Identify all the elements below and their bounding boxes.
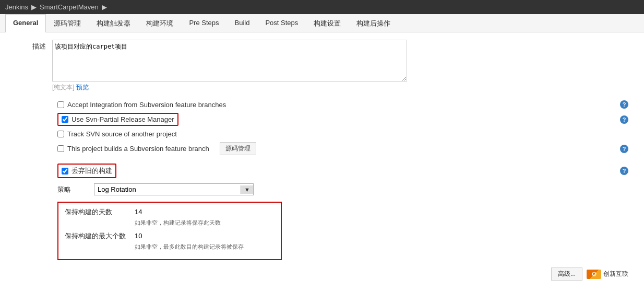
retention-max-input[interactable]: 10	[133, 231, 174, 241]
help-icon-discard[interactable]: ?	[620, 167, 628, 175]
project-link[interactable]: SmartCarpetMaven	[40, 3, 99, 11]
tab-poststeps[interactable]: Post Steps	[257, 14, 306, 32]
red-border-svn-partial: Use Svn-Partial Release Manager	[57, 113, 178, 126]
checkbox-row-svn-partial: Use Svn-Partial Release Manager ?	[10, 111, 634, 128]
plain-text-label: [纯文本]	[52, 84, 75, 91]
strategy-label: 策略	[57, 185, 89, 194]
source-mgmt-button[interactable]: 源码管理	[220, 142, 256, 155]
checkbox-row-svn-integration: Accept Integration from Subversion featu…	[10, 98, 634, 111]
tab-env[interactable]: 构建环境	[138, 14, 181, 32]
tab-bar: General 源码管理 构建触发器 构建环境 Pre Steps Build …	[0, 14, 644, 32]
description-label: 描述	[10, 40, 52, 51]
strategy-select[interactable]: Log Rotation	[94, 184, 241, 195]
main-content: General 源码管理 构建触发器 构建环境 Pre Steps Build …	[0, 14, 644, 291]
retention-max-row: 保持构建的最大个数 10	[65, 231, 275, 241]
retention-days-row: 保持构建的天数 14	[65, 207, 275, 217]
advanced-button[interactable]: 高级...	[551, 267, 582, 281]
checkbox-feature-branch[interactable]	[57, 145, 64, 152]
strategy-select-wrapper: Log Rotation ▼	[94, 183, 254, 195]
preview-link[interactable]: 预览	[76, 84, 89, 91]
checkbox-svn-partial[interactable]	[62, 116, 68, 123]
label-svn-integration[interactable]: Accept Integration from Subversion featu…	[67, 101, 226, 109]
advanced-row: 高级... ⚙ 创新互联	[10, 263, 634, 285]
label-feature-branch[interactable]: This project builds a Subversion feature…	[67, 145, 209, 153]
select-arrow-icon: ▼	[241, 185, 253, 194]
breadcrumb-arrow-2: ▶	[102, 3, 107, 11]
label-svn-partial[interactable]: Use Svn-Partial Release Manager	[71, 115, 174, 123]
help-icon-svn-partial[interactable]: ?	[620, 115, 628, 124]
breadcrumb-arrow-1: ▶	[31, 3, 37, 11]
checkbox-svn-integration[interactable]	[57, 101, 64, 108]
preview-link-row: [纯文本] 预览	[52, 83, 634, 92]
tab-build[interactable]: Build	[227, 14, 258, 32]
jenkins-link[interactable]: Jenkins	[5, 3, 28, 11]
checkbox-row-discard: 丢弃旧的构建 ?	[10, 161, 634, 180]
retention-days-input[interactable]: 14	[133, 207, 174, 217]
label-discard[interactable]: 丢弃旧的构建	[71, 166, 112, 176]
help-icon-feature-branch[interactable]: ?	[620, 145, 628, 153]
description-row: 描述 该项目对应的carpet项目 [纯文本] 预览	[10, 38, 634, 94]
gear-icon: ⚙	[591, 271, 597, 278]
logo-icon: ⚙	[587, 270, 601, 279]
tab-source[interactable]: 源码管理	[46, 14, 89, 32]
label-track-svn[interactable]: Track SVN source of another project	[67, 130, 177, 138]
help-icon-svn-integration[interactable]: ?	[620, 100, 628, 109]
strategy-row: 策略 Log Rotation ▼	[10, 180, 634, 199]
checkbox-track-svn[interactable]	[57, 131, 64, 137]
tab-presteps[interactable]: Pre Steps	[181, 14, 226, 32]
description-field: 该项目对应的carpet项目 [纯文本] 预览	[52, 40, 634, 92]
content-area: 描述 该项目对应的carpet项目 [纯文本] 预览 Accept Integr…	[0, 32, 644, 291]
checkbox-row-feature-branch: This project builds a Subversion feature…	[10, 140, 634, 157]
bottom-logo: ⚙ 创新互联	[587, 270, 628, 279]
tab-settings[interactable]: 构建设置	[306, 14, 349, 32]
retention-days-label: 保持构建的天数	[65, 207, 133, 217]
logo-text: 创新互联	[603, 270, 628, 278]
tab-general[interactable]: General	[5, 14, 46, 32]
red-border-discard: 丢弃旧的构建	[57, 164, 116, 178]
breadcrumb: Jenkins ▶ SmartCarpetMaven ▶	[0, 0, 644, 14]
retention-days-block: 保持构建的天数 14 如果非空，构建记录将保存此天数 保持构建的最大个数 10 …	[57, 202, 282, 260]
tab-trigger[interactable]: 构建触发器	[89, 14, 138, 32]
retention-max-hint: 如果非空，最多此数目的构建记录将被保存	[135, 243, 275, 251]
description-textarea[interactable]: 该项目对应的carpet项目	[52, 40, 407, 82]
spacer-1	[10, 157, 634, 161]
tab-postactions[interactable]: 构建后操作	[349, 14, 398, 32]
checkbox-row-track-svn: Track SVN source of another project	[10, 128, 634, 140]
retention-days-hint: 如果非空，构建记录将保存此天数	[135, 219, 275, 227]
checkbox-discard[interactable]	[62, 168, 68, 174]
retention-max-label: 保持构建的最大个数	[65, 231, 133, 241]
